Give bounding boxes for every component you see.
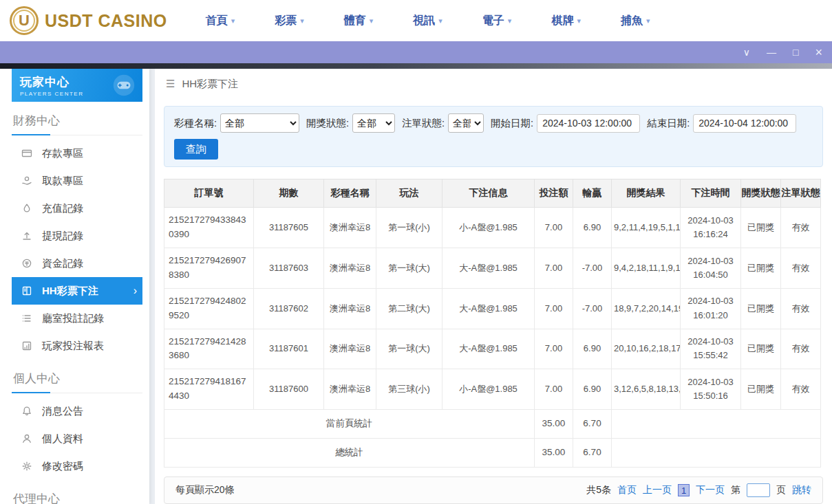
- table-cell: 有效: [781, 369, 821, 410]
- nav-item[interactable]: 彩票▾: [275, 14, 304, 28]
- table-row: 215217279424802952031187602澳洲幸运8第二球(大)大-…: [164, 288, 821, 329]
- sidebar-item[interactable]: 消息公告: [12, 397, 142, 425]
- nav-item[interactable]: 視訊▾: [413, 14, 442, 28]
- sidebar-item-label: 提現記錄: [42, 230, 83, 243]
- sidebar-item[interactable]: 個人資料: [12, 425, 142, 452]
- nav-item[interactable]: 棋牌▾: [551, 14, 581, 28]
- prev-page-link[interactable]: 上一页: [643, 484, 672, 496]
- sidebar-item[interactable]: 修改密碼: [12, 452, 142, 480]
- column-header: 開獎狀態: [741, 179, 781, 208]
- table-cell: 澳洲幸运8: [324, 369, 376, 410]
- nav-item-label: 彩票: [275, 14, 297, 28]
- site-header: U USDT CASINO 首頁▾彩票▾體育▾視訊▾電子▾棋牌▾捕魚▾: [0, 0, 832, 41]
- table-cell: 18,9,7,2,20,14,19,1: [612, 288, 681, 329]
- table-cell: 澳洲幸运8: [324, 329, 376, 369]
- hall-list-icon: [21, 313, 32, 324]
- sidebar-item-label: 廳室投註記錄: [42, 312, 104, 325]
- sidebar-item[interactable]: 存款專區: [12, 140, 142, 167]
- table-cell: 澳洲幸运8: [324, 288, 376, 329]
- person-icon: [21, 433, 32, 444]
- lottery-ledger-icon: [21, 285, 32, 296]
- content-area: 玩家中心 PLAYERS CENTER 財務中心存款專區取款專區充值記錄提現記錄…: [0, 69, 832, 504]
- table-cell: 有效: [781, 329, 821, 369]
- table-cell: 有效: [781, 208, 821, 248]
- column-header: 玩法: [376, 179, 442, 208]
- nav-item[interactable]: 電子▾: [482, 14, 512, 28]
- sidebar-item[interactable]: 廳室投註記錄: [12, 305, 142, 332]
- chevron-down-icon: ▾: [577, 17, 581, 25]
- chevron-down-icon: ▾: [508, 17, 512, 25]
- column-header: 注單狀態: [781, 179, 821, 208]
- sidebar-section-label: 財務中心: [12, 102, 142, 135]
- table-row: 215217279421428368031187601澳洲幸运8第一球(大)大-…: [164, 329, 821, 369]
- player-center-banner: 玩家中心 PLAYERS CENTER: [12, 69, 142, 102]
- gear-icon: [21, 461, 32, 472]
- table-cell: 已開獎: [741, 248, 781, 288]
- jump-page-input[interactable]: [747, 483, 770, 497]
- sidebar-item-label: HH彩票下注: [42, 285, 98, 298]
- sidebar-item[interactable]: 玩家投注報表: [12, 332, 142, 360]
- end-date-input[interactable]: [693, 114, 796, 133]
- sidebar-title: 玩家中心: [20, 74, 83, 90]
- table-cell: 2152172794338430390: [164, 208, 254, 248]
- draw-status-select[interactable]: 全部: [352, 113, 395, 133]
- column-header: 輸贏: [573, 179, 612, 208]
- first-page-link[interactable]: 首页: [617, 484, 637, 496]
- nav-item[interactable]: 體育▾: [344, 14, 374, 28]
- nav-item-label: 棋牌: [551, 14, 573, 28]
- table-cell: 7.00: [535, 248, 573, 288]
- table-cell: -7.00: [573, 288, 612, 329]
- table-cell: 6.90: [573, 369, 612, 410]
- sidebar-item[interactable]: HH彩票下注›: [12, 277, 142, 305]
- nav-item-label: 電子: [482, 14, 504, 28]
- sidebar-item-label: 資金記錄: [42, 257, 83, 270]
- menu-toggle-icon[interactable]: ☰: [166, 78, 175, 90]
- order-status-select[interactable]: 全部: [448, 113, 484, 133]
- nav-item[interactable]: 捕魚▾: [621, 14, 650, 28]
- table-cell: 6.90: [573, 329, 612, 369]
- table-cell: 2152172794214283680: [164, 329, 254, 369]
- table-row: 215217279433843039031187605澳洲幸运8第一球(小)小-…: [164, 208, 821, 248]
- table-cell: 有效: [781, 248, 821, 288]
- gamepad-icon: [111, 72, 137, 98]
- sidebar-item[interactable]: 資金記錄: [12, 250, 142, 277]
- maximize-icon[interactable]: □: [793, 47, 798, 57]
- start-date-input[interactable]: [537, 114, 640, 133]
- close-icon[interactable]: ×: [815, 46, 822, 58]
- table-cell: 2024-10-03 16:04:50: [681, 248, 741, 288]
- sidebar-section-label: 代理中心: [12, 480, 142, 504]
- jump-label-prefix: 第: [731, 484, 740, 496]
- sidebar-item[interactable]: 取款專區: [12, 167, 142, 195]
- sidebar: 玩家中心 PLAYERS CENTER 財務中心存款專區取款專區充值記錄提現記錄…: [0, 69, 149, 504]
- table-cell: 6.90: [573, 208, 612, 248]
- sidebar-item[interactable]: 提現記錄: [12, 222, 142, 250]
- table-cell: 7.00: [535, 369, 573, 410]
- sidebar-item-label: 充值記錄: [42, 202, 83, 215]
- column-header: 彩種名稱: [324, 179, 376, 208]
- current-page[interactable]: 1: [678, 484, 690, 496]
- lottery-select[interactable]: 全部: [220, 113, 299, 133]
- sidebar-item[interactable]: 充值記錄: [12, 195, 142, 222]
- search-button[interactable]: 查詢: [174, 139, 218, 160]
- next-page-link[interactable]: 下一页: [696, 484, 725, 496]
- table-cell: 已開獎: [741, 288, 781, 329]
- nav-item-label: 視訊: [413, 14, 435, 28]
- logo[interactable]: U USDT CASINO: [10, 6, 167, 35]
- table-header-row: 訂單號期數彩種名稱玩法下注信息投注額輸贏開獎結果下注時間開獎狀態注單狀態: [164, 179, 821, 208]
- collapse-icon[interactable]: ∨: [743, 47, 750, 57]
- table-cell: 3,12,6,5,8,18,13,15: [612, 369, 681, 410]
- minimize-icon[interactable]: —: [767, 47, 776, 57]
- table-cell: 第三球(小): [376, 369, 442, 410]
- nav-item[interactable]: 首頁▾: [206, 14, 235, 28]
- lottery-filter-label: 彩種名稱:: [174, 117, 217, 130]
- table-cell: 第一球(小): [376, 208, 442, 248]
- recharge-drop-icon: [21, 203, 32, 214]
- sidebar-item-label: 個人資料: [42, 432, 83, 446]
- page-size-text: 每頁顯示20條: [175, 484, 235, 496]
- table-cell: 31187602: [254, 288, 324, 329]
- main-nav: 首頁▾彩票▾體育▾視訊▾電子▾棋牌▾捕魚▾: [206, 14, 650, 28]
- table-cell: 31187601: [254, 329, 324, 369]
- chevron-down-icon: ▾: [231, 17, 235, 25]
- table-cell: 7.00: [535, 208, 573, 248]
- jump-button[interactable]: 跳转: [792, 484, 811, 496]
